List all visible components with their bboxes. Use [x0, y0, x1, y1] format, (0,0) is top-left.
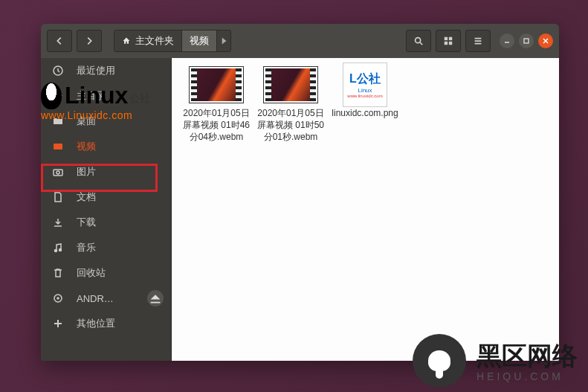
- window-controls: [500, 33, 553, 48]
- sidebar-item-label: 视频: [77, 140, 96, 153]
- maximize-icon: [523, 37, 530, 45]
- file-name: linuxidc.com.png: [332, 107, 398, 119]
- image-thumbnail-icon: L公社Linuxwww.linuxidc.com: [338, 67, 392, 103]
- sidebar-item-label: 下载: [77, 216, 96, 229]
- svg-point-10: [55, 250, 57, 252]
- file-item-video-1[interactable]: 2020年01月05日 屏幕视频 01时46分04秒.webm: [182, 67, 251, 144]
- sidebar-item-drive[interactable]: ANDR…: [41, 286, 171, 311]
- breadcrumb-home[interactable]: 主文件夹: [114, 30, 182, 51]
- close-icon: [542, 37, 549, 45]
- menu-button[interactable]: [465, 30, 491, 52]
- camera-icon: [51, 166, 65, 178]
- breadcrumb-overflow[interactable]: [217, 34, 230, 48]
- video-icon: [51, 141, 65, 152]
- sidebar-item-label: ANDR…: [77, 293, 114, 304]
- breadcrumb: 主文件夹 视频: [114, 30, 231, 52]
- svg-rect-8: [54, 170, 62, 176]
- trash-icon: [51, 267, 65, 279]
- nav-group: [47, 30, 102, 52]
- forward-button[interactable]: [77, 30, 102, 52]
- folder-icon: [51, 115, 65, 127]
- eject-button[interactable]: [147, 290, 164, 306]
- svg-point-9: [56, 171, 59, 174]
- svg-rect-7: [54, 144, 62, 150]
- sidebar-item-pictures[interactable]: 图片: [41, 159, 171, 184]
- video-thumbnail-icon: [190, 67, 243, 103]
- sidebar-item-music[interactable]: 音乐: [41, 235, 171, 260]
- svg-point-0: [416, 38, 421, 43]
- sidebar-item-label: 其他位置: [77, 317, 115, 330]
- file-item-video-2[interactable]: 2020年01月05日 屏幕视频 01时50分01秒.webm: [256, 67, 325, 144]
- sidebar-item-label: 文档: [77, 190, 96, 204]
- svg-rect-2: [449, 37, 452, 40]
- clock-icon: [51, 65, 65, 77]
- chevron-left-icon: [54, 36, 65, 46]
- svg-point-11: [59, 249, 62, 251]
- search-icon: [413, 36, 424, 46]
- sidebar-item-label: 音乐: [77, 241, 96, 254]
- hamburger-icon: [473, 36, 483, 46]
- breadcrumb-home-label: 主文件夹: [135, 34, 174, 48]
- home-icon: [51, 90, 65, 102]
- triangle-right-icon: [217, 34, 230, 48]
- file-item-image-1[interactable]: L公社Linuxwww.linuxidc.com linuxidc.com.pn…: [331, 67, 399, 144]
- sidebar: 最近使用 主目录 桌面 视频 图片 文档: [41, 58, 172, 361]
- file-name: 2020年01月05日 屏幕视频 01时46分04秒.webm: [182, 107, 251, 144]
- sidebar-item-desktop[interactable]: 桌面: [41, 109, 171, 134]
- download-icon: [51, 216, 65, 228]
- eject-icon: [149, 292, 161, 304]
- sidebar-item-label: 最近使用: [77, 64, 115, 77]
- sidebar-item-label: 桌面: [77, 115, 96, 128]
- close-button[interactable]: [538, 33, 553, 48]
- sidebar-item-trash[interactable]: 回收站: [41, 260, 171, 286]
- grid-icon: [443, 36, 453, 46]
- music-icon: [51, 242, 65, 254]
- file-name: 2020年01月05日 屏幕视频 01时50分01秒.webm: [256, 107, 325, 144]
- chevron-right-icon: [84, 36, 94, 46]
- content-pane[interactable]: 2020年01月05日 屏幕视频 01时46分04秒.webm 2020年01月…: [172, 58, 559, 361]
- breadcrumb-current-label: 视频: [190, 34, 209, 48]
- doc-icon: [51, 191, 65, 203]
- svg-rect-1: [445, 37, 448, 40]
- maximize-button[interactable]: [519, 33, 534, 48]
- sidebar-item-videos[interactable]: 视频: [41, 134, 171, 159]
- back-button[interactable]: [47, 30, 72, 52]
- svg-rect-3: [445, 42, 448, 45]
- svg-rect-5: [524, 39, 529, 43]
- minimize-icon: [503, 37, 511, 45]
- search-button[interactable]: [406, 30, 431, 52]
- sidebar-item-label: 主目录: [77, 89, 106, 103]
- file-manager-window: 主文件夹 视频: [41, 24, 559, 361]
- drive-icon: [51, 292, 65, 304]
- breadcrumb-current[interactable]: 视频: [182, 30, 217, 51]
- svg-point-13: [57, 298, 59, 299]
- svg-rect-4: [449, 42, 452, 45]
- view-toggle-button[interactable]: [436, 30, 461, 52]
- sidebar-item-other[interactable]: 其他位置: [41, 311, 171, 336]
- sidebar-item-home[interactable]: 主目录: [41, 83, 171, 109]
- sidebar-item-label: 回收站: [77, 266, 106, 280]
- plus-icon: [51, 318, 65, 330]
- watermark-heiqu-sub: HEIQU.COM: [476, 370, 578, 382]
- window-body: 最近使用 主目录 桌面 视频 图片 文档: [41, 58, 559, 361]
- home-icon: [122, 36, 131, 45]
- sidebar-item-label: 图片: [77, 165, 96, 179]
- titlebar: 主文件夹 视频: [41, 24, 559, 58]
- video-thumbnail-icon: [264, 67, 317, 103]
- sidebar-item-recent[interactable]: 最近使用: [41, 58, 171, 83]
- minimize-button[interactable]: [500, 33, 514, 48]
- sidebar-item-downloads[interactable]: 下载: [41, 210, 171, 235]
- sidebar-item-documents[interactable]: 文档: [41, 184, 171, 210]
